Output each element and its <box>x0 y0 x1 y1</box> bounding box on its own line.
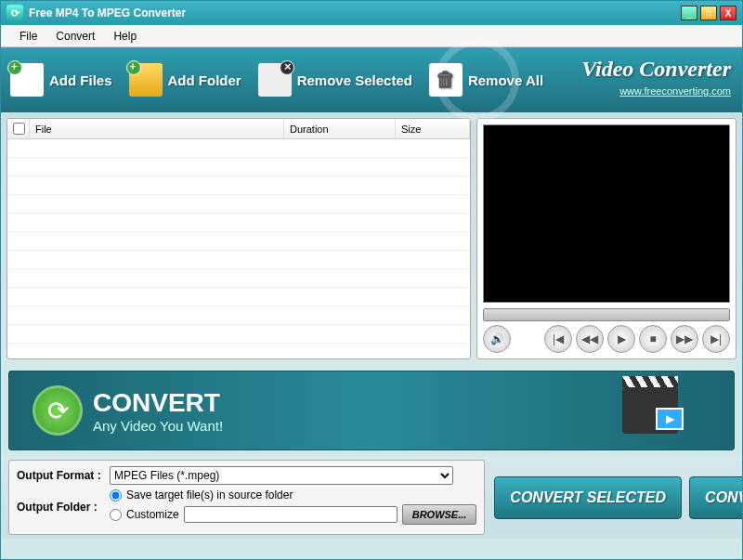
header-size[interactable]: Size <box>396 119 470 138</box>
forward-button[interactable]: ▶▶ <box>671 325 698 353</box>
file-plus-icon <box>10 63 44 97</box>
app-icon: ⟳ <box>7 5 23 21</box>
table-row <box>7 232 470 251</box>
trash-icon: 🗑 <box>429 63 463 97</box>
seek-bar[interactable] <box>483 308 730 321</box>
volume-button[interactable]: 🔊 <box>483 325 511 353</box>
action-buttons: CONVERT SELECTED CONVERT ALL <box>494 460 743 535</box>
select-all-checkbox[interactable] <box>13 123 25 135</box>
menu-file[interactable]: File <box>10 27 46 46</box>
output-settings: Output Format : MPEG Files (*.mpeg) Outp… <box>8 460 485 535</box>
table-row <box>7 158 470 176</box>
window-controls: _ □ X <box>681 6 736 20</box>
video-preview <box>483 124 730 303</box>
refresh-icon: ⟳ <box>33 385 83 436</box>
remove-selected-button[interactable]: Remove Selected <box>258 63 412 97</box>
remove-all-button[interactable]: 🗑 Remove All <box>429 63 543 97</box>
table-row <box>7 176 470 195</box>
brand-link[interactable]: www.freeconverting.com <box>619 85 731 97</box>
menu-help[interactable]: Help <box>104 27 146 46</box>
skip-back-button[interactable]: |◀ <box>544 325 572 353</box>
minimize-button[interactable]: _ <box>681 6 697 20</box>
remove-all-label: Remove All <box>468 72 543 88</box>
table-row <box>7 325 470 344</box>
close-button[interactable]: X <box>720 6 736 20</box>
add-folder-button[interactable]: Add Folder <box>129 63 241 97</box>
add-files-label: Add Files <box>49 72 112 88</box>
menu-convert[interactable]: Convert <box>46 27 104 46</box>
folder-plus-icon <box>129 63 163 97</box>
file-rows[interactable] <box>7 139 470 358</box>
header-duration[interactable]: Duration <box>284 119 396 138</box>
browse-button[interactable]: BROWSE... <box>402 504 477 525</box>
customize-radio[interactable] <box>110 509 122 521</box>
table-row <box>7 288 470 306</box>
table-row <box>7 195 470 214</box>
bottom-bar: Output Format : MPEG Files (*.mpeg) Outp… <box>1 456 742 539</box>
customize-option[interactable]: Customize <box>110 508 179 521</box>
header-checkbox-cell <box>7 119 30 138</box>
remove-selected-label: Remove Selected <box>297 72 412 88</box>
save-source-label: Save target file(s) in source folder <box>126 488 293 501</box>
maximize-button[interactable]: □ <box>700 6 717 20</box>
brand-title: Video Converter <box>581 57 731 82</box>
convert-banner: ⟳ CONVERT Any Video You Want! <box>8 371 735 450</box>
titlebar: ⟳ Free MP4 To MPEG Converter _ □ X <box>1 1 742 25</box>
table-row <box>7 269 470 288</box>
play-button[interactable]: ▶ <box>607 325 635 353</box>
media-controls: 🔊 |◀ ◀◀ ▶ ■ ▶▶ ▶| <box>483 325 730 353</box>
toolbar: Add Files Add Folder Remove Selected 🗑 R… <box>1 47 742 112</box>
table-row <box>7 139 470 158</box>
table-row <box>7 251 470 269</box>
stop-button[interactable]: ■ <box>639 325 667 353</box>
add-files-button[interactable]: Add Files <box>10 63 112 97</box>
file-list-header: File Duration Size <box>7 119 470 139</box>
menubar: File Convert Help <box>1 25 742 47</box>
remove-icon <box>258 63 292 97</box>
output-format-label: Output Format : <box>17 469 110 482</box>
banner-subtitle: Any Video You Want! <box>93 418 223 434</box>
output-folder-label: Output Folder : <box>17 501 110 514</box>
banner-title: CONVERT <box>93 388 223 418</box>
table-row <box>7 306 470 325</box>
output-format-select[interactable]: MPEG Files (*.mpeg) <box>110 466 453 485</box>
convert-selected-button[interactable]: CONVERT SELECTED <box>494 476 682 519</box>
clapperboard-icon <box>622 387 678 434</box>
customize-path-input[interactable] <box>184 506 398 523</box>
save-source-option[interactable]: Save target file(s) in source folder <box>110 488 476 501</box>
save-source-radio[interactable] <box>110 489 122 501</box>
table-row <box>7 214 470 232</box>
window-title: Free MP4 To MPEG Converter <box>29 7 681 20</box>
skip-forward-button[interactable]: ▶| <box>702 325 730 353</box>
rewind-button[interactable]: ◀◀ <box>576 325 604 353</box>
file-list-panel: File Duration Size <box>7 118 471 359</box>
add-folder-label: Add Folder <box>168 72 241 88</box>
brand: Video Converter www.freeconverting.com <box>581 57 731 98</box>
main-area: File Duration Size 🔊 |◀ ◀◀ ▶ <box>1 112 742 365</box>
header-file[interactable]: File <box>30 119 284 138</box>
convert-all-button[interactable]: CONVERT ALL <box>689 476 743 519</box>
preview-panel: 🔊 |◀ ◀◀ ▶ ■ ▶▶ ▶| <box>476 118 736 359</box>
customize-label: Customize <box>126 508 179 521</box>
